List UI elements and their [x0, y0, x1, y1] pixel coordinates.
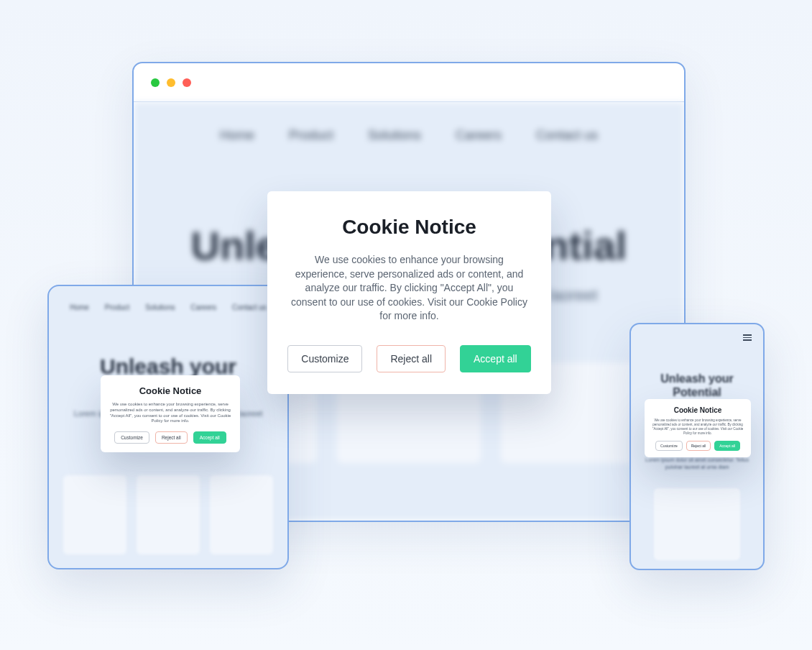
placeholder-card — [137, 475, 200, 554]
placeholder-card — [654, 488, 740, 560]
window-titlebar — [134, 63, 684, 102]
accept-all-button[interactable]: Accept all — [193, 431, 226, 444]
cookie-body: We use cookies to enhance your browsing … — [650, 418, 746, 435]
customize-button[interactable]: Customize — [287, 345, 362, 372]
cookie-title: Cookie Notice — [650, 406, 746, 414]
customize-button[interactable]: Customize — [655, 441, 683, 451]
desktop-nav: Home Product Solutions Careers Contact u… — [134, 128, 684, 143]
cookie-buttons: Customize Reject all Accept all — [108, 431, 233, 444]
nav-item[interactable]: Solutions — [368, 128, 421, 143]
cookie-dialog-tablet: Cookie Notice We use cookies to enhance … — [101, 375, 240, 452]
nav-item[interactable]: Contact us — [536, 128, 598, 143]
placeholder-card — [63, 475, 126, 554]
hero-title: Unleash your Potential — [638, 372, 756, 399]
cookie-buttons: Customize Reject all Accept all — [650, 441, 746, 451]
accept-all-button[interactable]: Accept all — [460, 345, 531, 372]
customize-button[interactable]: Customize — [114, 431, 149, 444]
nav-item[interactable]: Careers — [190, 303, 216, 311]
placeholder-card — [210, 475, 273, 554]
cookie-title: Cookie Notice — [289, 216, 530, 239]
nav-item[interactable]: Home — [70, 303, 89, 311]
cookie-body: We use cookies to enhance your browsing … — [108, 402, 233, 424]
reject-all-button[interactable]: Reject all — [686, 441, 711, 451]
mobile-cards — [638, 488, 756, 560]
traffic-light-close[interactable] — [151, 78, 160, 87]
traffic-light-minimize[interactable] — [167, 78, 175, 87]
reject-all-button[interactable]: Reject all — [155, 431, 188, 444]
reject-all-button[interactable]: Reject all — [377, 345, 446, 372]
nav-item[interactable]: Contact us — [232, 303, 267, 311]
hamburger-icon[interactable] — [743, 334, 752, 341]
tablet-cards — [63, 475, 273, 554]
nav-item[interactable]: Solutions — [145, 303, 175, 311]
hero-subtitle: Lorem ipsum dolor sit amet consectetur. … — [638, 457, 756, 471]
nav-item[interactable]: Home — [220, 128, 254, 143]
cookie-buttons: Customize Reject all Accept all — [289, 345, 530, 372]
traffic-light-maximize[interactable] — [183, 78, 191, 87]
nav-item[interactable]: Careers — [456, 128, 502, 143]
cookie-title: Cookie Notice — [108, 385, 233, 396]
nav-item[interactable]: Product — [105, 303, 129, 311]
cookie-dialog-desktop: Cookie Notice We use cookies to enhance … — [267, 191, 551, 394]
cookie-body: We use cookies to enhance your browsing … — [289, 253, 530, 324]
nav-item[interactable]: Product — [289, 128, 333, 143]
cookie-dialog-mobile: Cookie Notice We use cookies to enhance … — [645, 399, 751, 457]
tablet-nav: Home Product Solutions Careers Contact u… — [63, 303, 273, 311]
accept-all-button[interactable]: Accept all — [714, 441, 740, 451]
